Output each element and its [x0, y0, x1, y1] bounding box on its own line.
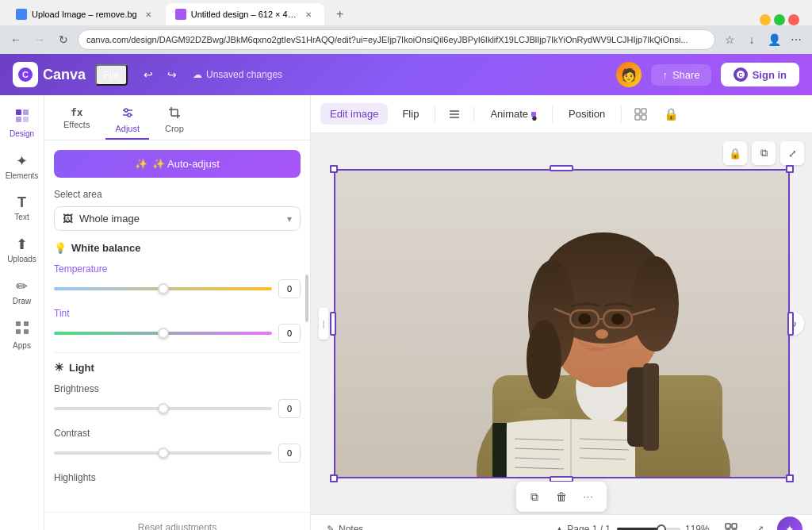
adjust-label: Adjust: [115, 124, 140, 133]
tab1-close[interactable]: ✕: [142, 8, 155, 21]
edge-handle-right[interactable]: [787, 312, 794, 336]
sidebar-item-uploads[interactable]: ⬆ Uploads: [2, 229, 42, 270]
tab-adjust[interactable]: Adjust: [105, 102, 149, 140]
notes-label: Notes: [339, 524, 363, 531]
panel-content: ✨ ✨ Auto-adjust Select area 🖼 Whole imag…: [44, 140, 310, 512]
flip-button[interactable]: Flip: [393, 103, 428, 125]
browser-tab-1[interactable]: Upload Image – remove.bg ✕: [6, 3, 164, 25]
minimize-button[interactable]: [760, 14, 771, 25]
brightness-value[interactable]: 0: [278, 399, 301, 418]
animate-button[interactable]: Animate ●: [481, 103, 546, 125]
signin-button[interactable]: C Sign in: [721, 63, 799, 86]
add-tab-button[interactable]: +: [329, 3, 351, 25]
fullscreen-button[interactable]: ⤢: [749, 518, 771, 531]
unsaved-text: Unsaved changes: [206, 69, 282, 80]
profile-icon[interactable]: 👤: [764, 30, 783, 49]
grid-icon[interactable]: [628, 102, 653, 127]
tab-effects[interactable]: fx Effects: [54, 102, 99, 140]
float-more-button[interactable]: ···: [576, 485, 600, 509]
sidebar-item-design[interactable]: Design: [2, 102, 42, 144]
tab-crop[interactable]: Crop: [155, 102, 193, 140]
page-label: Page 1 / 1: [567, 524, 611, 531]
forward-button[interactable]: →: [30, 30, 49, 49]
lock-icon[interactable]: 🔒: [658, 102, 684, 127]
maximize-button[interactable]: [774, 14, 785, 25]
temperature-slider-track[interactable]: [54, 287, 272, 290]
contrast-value[interactable]: 0: [278, 444, 301, 463]
brightness-slider-thumb[interactable]: [158, 403, 169, 414]
sidebar-elements-label: Elements: [6, 171, 39, 180]
float-toolbar: ⧉ 🗑 ···: [516, 482, 607, 512]
float-delete-button[interactable]: 🗑: [550, 485, 573, 509]
corner-handle-bl[interactable]: [330, 474, 338, 482]
user-avatar[interactable]: 🧑: [616, 62, 642, 87]
animate-dot: ●: [531, 112, 536, 117]
download-icon[interactable]: ↓: [742, 30, 761, 49]
sidebar-icons: Design ✦ Elements T Text ⬆ Uploads ✏ Dra…: [0, 95, 44, 530]
page-up-chevron[interactable]: ▲: [554, 524, 564, 531]
canvas-view[interactable]: 🔒 ⧉ ⤢ ↻ |: [311, 133, 812, 514]
edge-handle-left[interactable]: [330, 312, 336, 336]
white-balance-label: White balance: [71, 242, 140, 254]
edit-image-button[interactable]: Edit image: [320, 103, 388, 125]
undo-button[interactable]: ↩: [137, 63, 159, 86]
corner-handle-br[interactable]: [786, 474, 794, 482]
auto-adjust-button[interactable]: ✨ ✨ Auto-adjust: [54, 150, 301, 178]
notes-button[interactable]: ✎ Notes: [320, 520, 370, 531]
bookmark-icon[interactable]: ☆: [720, 30, 739, 49]
sidebar-draw-label: Draw: [13, 297, 31, 305]
image-container[interactable]: ⧉ 🗑 ···: [334, 169, 790, 478]
more-icon[interactable]: ⋯: [787, 30, 806, 49]
contrast-slider-thumb[interactable]: [158, 447, 169, 459]
tab2-close[interactable]: ✕: [302, 8, 315, 21]
tab2-favicon: [175, 9, 186, 20]
corner-handle-tl[interactable]: [330, 165, 338, 173]
panel-scrollbar-thumb[interactable]: [305, 275, 308, 322]
close-button[interactable]: [788, 14, 799, 25]
canvas-left-handle[interactable]: |: [319, 308, 328, 340]
float-copy-button[interactable]: ⧉: [523, 485, 546, 509]
corner-handle-tr[interactable]: [786, 165, 794, 173]
sidebar-item-draw[interactable]: ✏ Draw: [2, 271, 42, 312]
tab1-title: Upload Image – remove.bg: [32, 10, 137, 19]
browser-chrome: Upload Image – remove.bg ✕ Untitled desi…: [0, 0, 812, 54]
app-header: C Canva File ↩ ↪ ☁ Unsaved changes 🧑 ↑ S…: [0, 54, 812, 95]
highlights-section: Highlights: [54, 472, 301, 483]
temperature-value[interactable]: 0: [278, 279, 301, 298]
menu-icon[interactable]: [442, 102, 467, 127]
refresh-button[interactable]: ↻: [54, 30, 73, 49]
file-menu-button[interactable]: File: [95, 64, 128, 86]
sidebar-item-text[interactable]: T Text: [2, 188, 42, 228]
browser-tab-2[interactable]: Untitled design – 612 × 408px ✕: [166, 3, 324, 25]
sidebar-item-elements[interactable]: ✦ Elements: [2, 146, 42, 186]
canvas-area: Edit image Flip Animate ● Position 🔒: [311, 95, 812, 530]
temperature-slider-thumb[interactable]: [158, 283, 169, 294]
crop-label: Crop: [165, 124, 184, 133]
elements-icon: ✦: [16, 152, 28, 170]
auto-adjust-label: ✨ Auto-adjust: [152, 158, 220, 170]
design-icon: [14, 108, 30, 128]
share-button[interactable]: ↑ Share: [651, 64, 710, 86]
brightness-slider-track[interactable]: [54, 407, 272, 410]
magic-button[interactable]: ✦: [777, 517, 802, 531]
grid-view-button[interactable]: [720, 518, 742, 531]
address-bar[interactable]: canva.com/design/DAGM92DZBwg/JBkM6qxno2g…: [78, 29, 715, 50]
edge-handle-top[interactable]: [550, 165, 573, 171]
tint-value[interactable]: 0: [278, 324, 301, 343]
select-area-image-icon: 🖼: [63, 213, 73, 225]
sidebar-item-apps[interactable]: Apps: [2, 313, 42, 356]
redo-button[interactable]: ↪: [161, 63, 183, 86]
reset-adjustments-button[interactable]: Reset adjustments: [54, 519, 301, 530]
tint-slider-thumb[interactable]: [158, 328, 169, 339]
frame-copy-icon[interactable]: ⧉: [752, 141, 776, 165]
position-button[interactable]: Position: [559, 103, 615, 125]
tint-slider-track[interactable]: [54, 332, 272, 335]
select-area-dropdown[interactable]: 🖼 Whole image ▾: [54, 206, 301, 231]
frame-lock-icon[interactable]: 🔒: [723, 141, 747, 165]
frame-expand-icon[interactable]: ⤢: [780, 141, 804, 165]
white-balance-bulb-icon: 💡: [54, 242, 67, 254]
back-button[interactable]: ←: [6, 30, 25, 49]
zoom-slider-thumb[interactable]: [657, 524, 666, 531]
contrast-slider-track[interactable]: [54, 451, 272, 455]
toolbar-divider-1: [435, 106, 435, 122]
